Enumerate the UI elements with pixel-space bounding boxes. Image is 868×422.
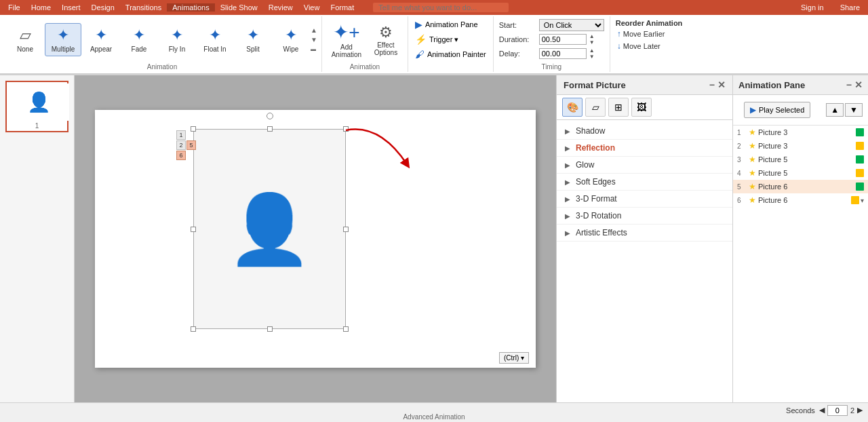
format-options-list: ▶ Shadow ▶ Reflection ▶ Glow ▶ Soft Edge… — [557, 120, 732, 244]
format-tab-size[interactable]: ⊞ — [608, 98, 629, 117]
search-input[interactable] — [373, 3, 509, 12]
anim-num-5: 5 — [737, 183, 747, 191]
menu-transitions[interactable]: Transitions — [120, 3, 167, 12]
sort-up-btn[interactable]: ▲ — [826, 103, 844, 117]
format-tab-picture[interactable]: 🖼 — [631, 98, 652, 117]
soft-edges-expand-icon: ▶ — [565, 178, 570, 186]
wipe-icon: ✦ — [285, 26, 297, 44]
slide-thumb-1[interactable]: 👤 1 — [5, 81, 68, 132]
play-icon: ▶ — [750, 105, 756, 115]
anim-split-btn[interactable]: ✦ Split — [235, 24, 271, 56]
menu-animations[interactable]: Animations — [167, 3, 214, 12]
format-artistic-effects-row[interactable]: ▶ Artistic Effects — [557, 225, 732, 242]
anim-item-4[interactable]: 4 ★ Picture 5 — [733, 166, 868, 180]
sort-down-btn[interactable]: ▼ — [845, 103, 863, 117]
ctrl-badge[interactable]: (Ctrl) ▾ — [499, 352, 529, 364]
animation-pane-btn[interactable]: ▶ Animation Pane — [412, 18, 489, 31]
slides-panel: 👤 1 — [0, 75, 75, 402]
menu-home[interactable]: Home — [26, 3, 56, 12]
format-reflection-row[interactable]: ▶ Reflection — [557, 140, 732, 157]
anim-multiple-btn[interactable]: ✦ Multiple — [45, 23, 81, 56]
format-tab-fill[interactable]: 🎨 — [562, 98, 583, 117]
format-panel-minimize[interactable]: − — [709, 79, 715, 90]
glow-expand-icon: ▶ — [565, 161, 570, 169]
format-panel-header: Format Picture − ✕ — [557, 75, 732, 95]
format-3d-format-row[interactable]: ▶ 3-D Format — [557, 191, 732, 208]
badge-2: 2 — [176, 140, 186, 150]
anim-name-2: Picture 3 — [758, 142, 854, 150]
anim-pane-toolbar: ▶ Play Selected ▲ ▼ — [733, 95, 868, 126]
anim-item-5[interactable]: 5 ★ Picture 6 — [733, 180, 868, 193]
badge-1: 1 — [176, 130, 186, 140]
delay-spinner[interactable]: ▲▼ — [589, 47, 595, 60]
anim-item-6[interactable]: 6 ★ Picture 6 ▾ — [733, 193, 868, 207]
anim-pane-controls: − ✕ — [846, 79, 863, 90]
animation-painter-btn[interactable]: 🖌 Animation Painter — [412, 47, 489, 61]
effect-options-btn[interactable]: ⚙ EffectOptions — [368, 21, 403, 59]
format-soft-edges-row[interactable]: ▶ Soft Edges — [557, 174, 732, 191]
animation-pane-icon: ▶ — [415, 19, 422, 30]
anim-flyin-btn[interactable]: ✦ Fly In — [159, 24, 195, 56]
format-shadow-row[interactable]: ▶ Shadow — [557, 123, 732, 140]
anim-floatin-btn[interactable]: ✦ Float In — [197, 24, 233, 56]
anim-appear-btn[interactable]: ✦ Appear — [83, 24, 119, 56]
anim-dropdown-6[interactable]: ▾ — [861, 197, 864, 204]
handle-bm — [267, 326, 273, 332]
anim-name-1: Picture 3 — [758, 128, 854, 136]
canvas-area[interactable]: 👤 1 2 5 6 (Ctrl) ▾ — [75, 75, 556, 402]
anim-item-3[interactable]: 3 ★ Picture 5 — [733, 153, 868, 166]
start-select[interactable]: On Click With Previous After Previous — [539, 19, 604, 31]
reflection-label: Reflection — [576, 143, 615, 153]
trigger-icon: ⚡ — [415, 34, 427, 45]
format-panel: Format Picture − ✕ 🎨 ▱ ⊞ 🖼 ▶ Shadow ▶ Re… — [556, 75, 732, 402]
format-panel-close[interactable]: ✕ — [717, 79, 726, 90]
reflection-expand-icon: ▶ — [565, 145, 570, 152]
menu-view[interactable]: View — [298, 3, 326, 12]
anim-name-3: Picture 5 — [758, 155, 854, 164]
anim-pane-minimize[interactable]: − — [846, 79, 852, 90]
sign-in-link[interactable]: Sign in — [795, 3, 829, 12]
anim-none-btn[interactable]: ▱ None — [7, 24, 43, 56]
rotation-handle[interactable] — [267, 113, 273, 119]
handle-bl — [191, 326, 196, 332]
menu-slideshow[interactable]: Slide Show — [215, 3, 263, 12]
duration-input[interactable] — [539, 34, 587, 45]
anim-item-1[interactable]: 1 ★ Picture 3 — [733, 126, 868, 139]
none-icon: ▱ — [20, 26, 31, 44]
move-later-icon: ↓ — [617, 41, 621, 51]
move-earlier-icon: ↑ — [617, 29, 621, 39]
duration-spinner[interactable]: ▲▼ — [589, 33, 595, 45]
menu-format[interactable]: Format — [325, 3, 359, 12]
animation-section: ▱ None ✦ Multiple ✦ Appear ✦ Fade ✦ Fl — [3, 16, 322, 72]
anim-fade-btn[interactable]: ✦ Fade — [121, 24, 157, 56]
animation-pane-title: Animation Pane — [738, 80, 805, 90]
selected-image[interactable]: 👤 — [193, 129, 346, 329]
animation-scroll[interactable]: ▲ ▼ ▬ — [311, 26, 317, 54]
share-btn[interactable]: Share — [835, 3, 865, 12]
menu-review[interactable]: Review — [263, 3, 298, 12]
animation-buttons: ▱ None ✦ Multiple ✦ Appear ✦ Fade ✦ Fl — [7, 18, 317, 62]
anim-wipe-btn[interactable]: ✦ Wipe — [273, 24, 309, 56]
anim-pane-close[interactable]: ✕ — [854, 79, 863, 90]
format-tab-effects[interactable]: ▱ — [585, 98, 606, 117]
start-row: Start: On Click With Previous After Prev… — [499, 19, 604, 31]
multiple-label: Multiple — [52, 45, 75, 53]
format-3d-rotation-row[interactable]: ▶ 3-D Rotation — [557, 208, 732, 225]
menu-design[interactable]: Design — [86, 3, 120, 12]
play-selected-btn[interactable]: ▶ Play Selected — [744, 102, 810, 118]
anim-color-3 — [856, 155, 864, 164]
move-earlier-btn[interactable]: ↑ Move Earlier — [616, 28, 683, 39]
format-glow-row[interactable]: ▶ Glow — [557, 157, 732, 174]
duration-label: Duration: — [499, 35, 536, 43]
menu-insert[interactable]: Insert — [56, 3, 86, 12]
anim-star-2: ★ — [749, 141, 756, 151]
delay-input[interactable] — [539, 48, 587, 59]
menu-file[interactable]: File — [3, 3, 26, 12]
trigger-btn[interactable]: ⚡ Trigger ▾ — [412, 33, 489, 46]
add-animation-btn[interactable]: ✦+ AddAnimation — [326, 18, 367, 61]
glow-label: Glow — [576, 160, 594, 170]
animation-painter-icon: 🖌 — [415, 49, 425, 60]
move-later-btn[interactable]: ↓ Move Later — [616, 41, 683, 52]
anim-star-4: ★ — [749, 168, 756, 178]
anim-item-2[interactable]: 2 ★ Picture 3 — [733, 139, 868, 153]
